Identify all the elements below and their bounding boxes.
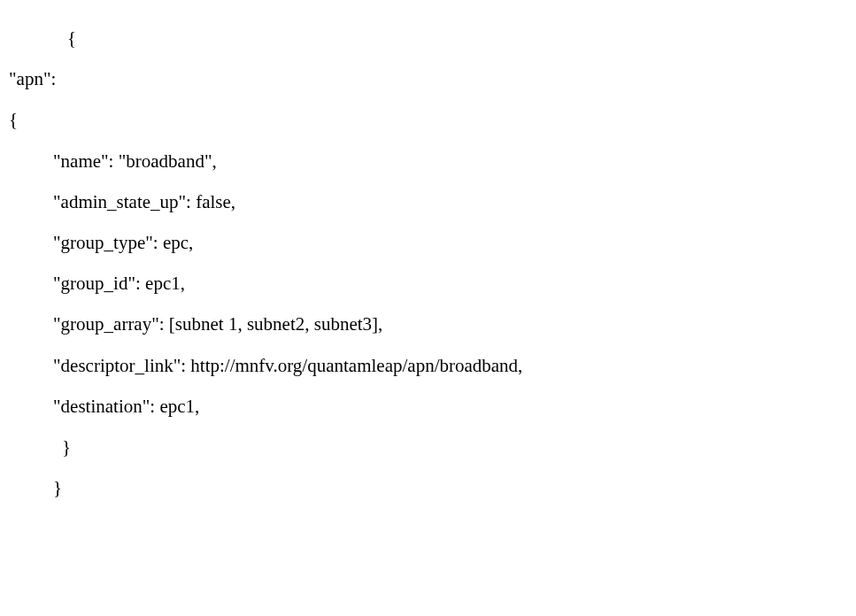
- code-line: "group_type": epc,: [9, 222, 847, 263]
- code-line: "destination": epc1,: [9, 386, 847, 427]
- code-line: "descriptor_link": http://mnfv.org/quant…: [9, 345, 847, 386]
- code-line: "group_id": epc1,: [9, 263, 847, 304]
- code-line: "group_array": [subnet 1, subnet2, subne…: [9, 304, 847, 344]
- code-line: {: [9, 18, 847, 58]
- code-line: }: [9, 467, 847, 508]
- code-line: "admin_state_up": false,: [9, 181, 847, 222]
- code-line: {: [9, 99, 847, 140]
- code-line: "apn":: [9, 58, 847, 99]
- code-block: { "apn": { "name": "broadband", "admin_s…: [9, 18, 847, 508]
- code-line: }: [9, 427, 847, 467]
- code-line: "name": "broadband",: [9, 141, 847, 181]
